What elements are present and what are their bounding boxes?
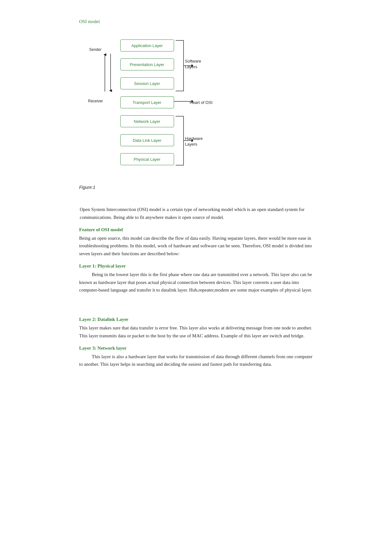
intro-paragraph: Open System Interconnection (OSI) model … <box>79 206 313 221</box>
section-body-feature: Being an open source, this model can des… <box>79 234 313 258</box>
section-title-layer2: Layer 2: Datalink Layer <box>79 317 313 322</box>
section-body-layer2: This layer makes sure that data transfer… <box>79 324 313 340</box>
figure-caption: Figure:1 <box>79 185 313 190</box>
section-body-layer3: This layer is also a hardware layer that… <box>79 353 313 369</box>
section-body-layer1: Being in the lowest layer this is the fi… <box>79 271 313 294</box>
heart-of-osi-label: Heart of OSI <box>190 100 213 105</box>
main-heading: OSI model <box>79 19 313 24</box>
section-title-feature: Feature of OSI model <box>79 227 313 232</box>
layer-datalink: Data Link Layer <box>120 134 174 146</box>
hardware-layers-label: HardwareLayers <box>185 136 203 147</box>
sender-arrow-up <box>102 52 108 93</box>
section-title-layer1: Layer 1: Physical layer <box>79 263 313 269</box>
software-layers-label: SoftwareLayers <box>185 58 201 70</box>
layer-presentation: Presentation Layer <box>120 58 174 70</box>
layer-application: Application Layer <box>120 39 174 51</box>
layer-transport: Transport Layer <box>120 96 174 108</box>
sender-label: Sender <box>89 47 102 52</box>
layer-physical: Physical Layer <box>120 153 174 165</box>
layer-network: Network Layer <box>120 115 174 127</box>
section-title-layer3: Layer 3: Network layer <box>79 346 313 351</box>
layer-session: Session Layer <box>120 77 174 89</box>
receiver-label: Receiver <box>88 99 103 103</box>
receiver-arrow-down <box>108 52 113 93</box>
osi-diagram: Sender Receiver Application Layer Presen… <box>79 30 275 182</box>
